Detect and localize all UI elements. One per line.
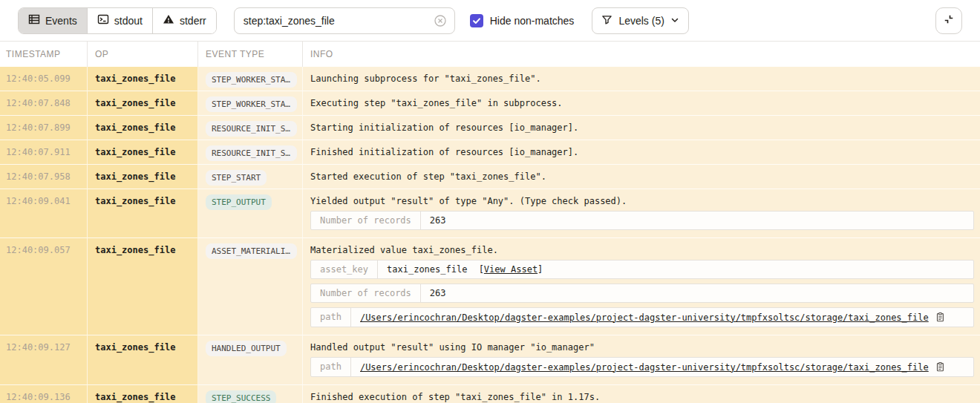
info-text: Finished execution of step "taxi_zones_f… — [310, 392, 974, 402]
col-header-info: INFO — [303, 42, 980, 67]
log-row-list: 12:40:05.099taxi_zones_fileSTEP_WORKER_S… — [0, 67, 980, 403]
metadata-value: /Users/erincochran/Desktop/dagster-examp… — [351, 358, 973, 376]
op-cell: taxi_zones_file — [88, 238, 198, 335]
filter-funnel-icon — [601, 14, 612, 27]
metadata-label: path — [311, 308, 351, 327]
log-view-tabs: Events stdout stderr — [18, 7, 217, 34]
event-type-cell: ASSET_MATERIALIZATION — [198, 238, 303, 335]
event-type-cell: RESOURCE_INIT_STARTED — [198, 116, 303, 140]
event-type-cell: HANDLED_OUTPUT — [198, 335, 303, 385]
op-cell: taxi_zones_file — [88, 116, 198, 140]
metadata-value: taxi_zones_file [View Asset] — [378, 261, 973, 278]
event-type-badge: ASSET_MATERIALIZATION — [206, 243, 297, 259]
timestamp-cell: 12:40:07.848 — [0, 91, 88, 116]
event-type-badge: STEP_START — [206, 170, 267, 186]
metadata-value-text: taxi_zones_file — [387, 264, 467, 275]
info-cell: Finished execution of step "taxi_zones_f… — [303, 385, 980, 403]
metadata-entry: Number of records263 — [310, 211, 974, 230]
col-header-timestamp: TIMESTAMP — [0, 42, 88, 67]
chevron-down-icon — [670, 15, 679, 27]
log-table-header: TIMESTAMP OP EVENT TYPE INFO — [0, 42, 980, 67]
timestamp-cell: 12:40:07.899 — [0, 116, 88, 140]
view-asset-link-wrap: [View Asset] — [473, 264, 543, 275]
metadata-label: path — [311, 358, 351, 376]
collapse-panel-icon — [942, 13, 956, 29]
metadata-entry: asset_keytaxi_zones_file [View Asset] — [310, 260, 974, 279]
log-row: 12:40:05.099taxi_zones_fileSTEP_WORKER_S… — [0, 67, 980, 91]
event-type-cell: STEP_WORKER_STARTING — [198, 67, 303, 91]
tab-stdout[interactable]: stdout — [88, 8, 153, 33]
search-input[interactable] — [244, 15, 434, 27]
timestamp-cell: 12:40:09.127 — [0, 335, 88, 385]
view-asset-link[interactable]: View Asset — [484, 264, 538, 275]
copy-icon[interactable] — [935, 361, 945, 373]
log-row: 12:40:07.848taxi_zones_fileSTEP_WORKER_S… — [0, 91, 980, 116]
event-type-cell: STEP_WORKER_STARTED — [198, 91, 303, 116]
event-type-cell: STEP_SUCCESS — [198, 385, 303, 403]
metadata-label: Number of records — [311, 212, 421, 229]
timestamp-cell: 12:40:07.958 — [0, 165, 88, 189]
warning-icon — [163, 13, 174, 27]
tab-stderr-label: stderr — [180, 15, 206, 27]
event-type-cell: RESOURCE_INIT_SUCCESS — [198, 140, 303, 165]
info-text: Launching subprocess for "taxi_zones_fil… — [310, 73, 974, 84]
info-text: Handled output "result" using IO manager… — [310, 342, 974, 353]
info-cell: Materialized value taxi_zones_file.asset… — [303, 238, 980, 335]
metadata-entry: path/Users/erincochran/Desktop/dagster-e… — [310, 307, 974, 327]
info-text: Started execution of step "taxi_zones_fi… — [310, 171, 974, 182]
log-row: 12:40:09.041taxi_zones_fileSTEP_OUTPUTYi… — [0, 189, 980, 238]
op-cell: taxi_zones_file — [88, 140, 198, 165]
tab-events-label: Events — [45, 15, 77, 27]
info-cell: Finished initialization of resources [io… — [303, 140, 980, 165]
table-icon — [28, 13, 40, 27]
event-type-cell: STEP_START — [198, 165, 303, 189]
event-type-badge: STEP_SUCCESS — [206, 390, 276, 403]
levels-filter-button[interactable]: Levels (5) — [592, 7, 688, 34]
info-cell: Starting initialization of resources [io… — [303, 116, 980, 140]
log-toolbar: Events stdout stderr Hide non-matches Le… — [0, 0, 980, 42]
info-text: Materialized value taxi_zones_file. — [310, 245, 974, 255]
op-cell: taxi_zones_file — [88, 165, 198, 189]
log-row: 12:40:07.899taxi_zones_fileRESOURCE_INIT… — [0, 116, 980, 140]
path-link[interactable]: /Users/erincochran/Desktop/dagster-examp… — [360, 362, 929, 373]
hide-non-matches-toggle[interactable]: Hide non-matches — [470, 14, 575, 27]
path-link[interactable]: /Users/erincochran/Desktop/dagster-examp… — [360, 312, 929, 323]
event-type-badge: STEP_WORKER_STARTED — [206, 96, 297, 112]
copy-icon[interactable] — [935, 312, 945, 323]
col-header-op: OP — [88, 42, 198, 67]
op-cell: taxi_zones_file — [88, 335, 198, 385]
op-cell: taxi_zones_file — [88, 189, 198, 238]
metadata-entry: Number of records263 — [310, 284, 974, 303]
timestamp-cell: 12:40:09.057 — [0, 238, 88, 335]
tab-stderr[interactable]: stderr — [153, 8, 216, 33]
info-cell: Launching subprocess for "taxi_zones_fil… — [303, 67, 980, 91]
hide-non-matches-label: Hide non-matches — [490, 15, 575, 27]
op-cell: taxi_zones_file — [88, 67, 198, 91]
event-type-badge: RESOURCE_INIT_STARTED — [206, 121, 297, 137]
metadata-value-text: 263 — [430, 215, 446, 226]
log-row: 12:40:09.057taxi_zones_fileASSET_MATERIA… — [0, 238, 980, 335]
info-cell: Executing step "taxi_zones_file" in subp… — [303, 91, 980, 116]
metadata-entry: path/Users/erincochran/Desktop/dagster-e… — [310, 357, 974, 377]
tab-stdout-label: stdout — [114, 15, 143, 27]
metadata-value: 263 — [421, 284, 973, 302]
event-type-badge: STEP_WORKER_STARTING — [206, 72, 297, 88]
tab-events[interactable]: Events — [19, 8, 88, 33]
event-type-badge: STEP_OUTPUT — [206, 194, 272, 210]
log-row: 12:40:07.911taxi_zones_fileRESOURCE_INIT… — [0, 140, 980, 165]
collapse-panel-button[interactable] — [935, 7, 962, 34]
info-text: Yielded output "result" of type "Any". (… — [310, 196, 974, 206]
checkbox-checked-icon[interactable] — [470, 14, 483, 27]
op-cell: taxi_zones_file — [88, 91, 198, 116]
clear-search-icon[interactable] — [434, 14, 447, 27]
metadata-value: 263 — [421, 212, 973, 229]
timestamp-cell: 12:40:05.099 — [0, 67, 88, 91]
log-row: 12:40:09.136taxi_zones_fileSTEP_SUCCESSF… — [0, 385, 980, 403]
terminal-icon — [97, 13, 109, 27]
info-cell: Handled output "result" using IO manager… — [303, 335, 980, 385]
levels-label: Levels (5) — [618, 15, 664, 27]
metadata-value-text: 263 — [430, 288, 446, 298]
event-type-badge: RESOURCE_INIT_SUCCESS — [206, 145, 297, 161]
event-type-badge: HANDLED_OUTPUT — [206, 341, 287, 356]
info-text: Finished initialization of resources [io… — [310, 147, 974, 157]
